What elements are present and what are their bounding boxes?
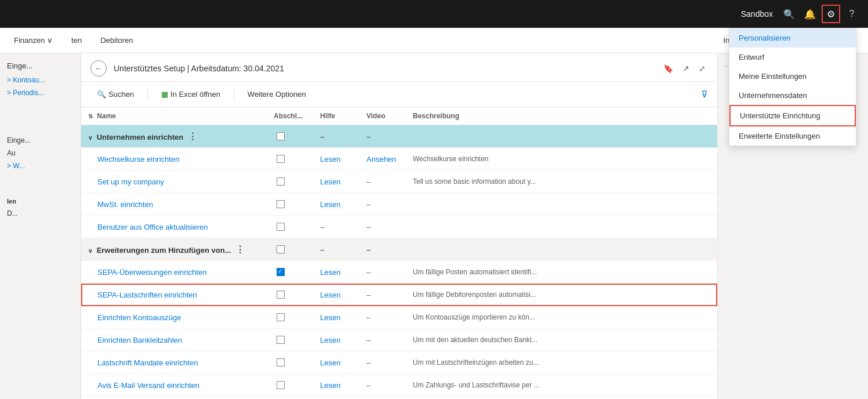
sidebar-kontoau[interactable]: > Kontoau... (0, 74, 81, 86)
table-row[interactable]: Einrichten Bankleitzahlen Lesen – Um mit… (81, 329, 717, 351)
hilfe-link[interactable]: Lesen (320, 268, 340, 277)
more-options-button[interactable]: Weitere Optionen (241, 86, 313, 102)
row-name-cell: Avis E-Mail Versand einrichten (81, 374, 267, 397)
sidebar-Au: Au (0, 147, 81, 159)
bookmark-icon[interactable]: 🔖 (661, 61, 675, 75)
toolbar-sep-2 (234, 89, 234, 100)
row-abschl-cell (267, 284, 313, 306)
row-name-link[interactable]: Benutzer aus Office aktualisieren (97, 223, 208, 231)
row-hilfe-cell: Lesen (313, 397, 359, 400)
hilfe-link[interactable]: Lesen (320, 200, 340, 209)
row-name-link[interactable]: Avis E-Mail Versand einrichten (97, 381, 199, 390)
nav-debitoren[interactable]: Debitoren (96, 34, 137, 47)
group-checkbox[interactable] (277, 245, 285, 253)
hilfe-dash: – (320, 223, 324, 231)
table-row[interactable]: Avis E-Mail Versand einrichten Lesen – U… (81, 374, 717, 397)
hilfe-link[interactable]: Lesen (320, 381, 340, 390)
table-row[interactable]: Benutzer aus Office aktualisieren – – (81, 216, 717, 238)
table-group-header[interactable]: ∨ Unternehmen einrichten ⋮ – – (81, 125, 717, 148)
row-checkbox[interactable] (277, 177, 285, 186)
table-row[interactable]: MwSt. einrichten Lesen – (81, 193, 717, 216)
search-button[interactable]: 🔍 Suchen (90, 86, 140, 102)
table-row[interactable]: Einrichten Kontoauszüge Lesen – Um Konto… (81, 306, 717, 329)
dropdown-item[interactable]: Entwurf (729, 48, 856, 67)
row-abschl-cell (267, 397, 313, 400)
row-name-link[interactable]: Lastschrift Mandate einrichten (97, 358, 198, 367)
table-container[interactable]: ⇅ Name Abschl... Hilfe Video Beschreibun… (81, 107, 717, 399)
table-header-row: ⇅ Name Abschl... Hilfe Video Beschreibun… (81, 107, 717, 125)
back-button[interactable]: ← (90, 60, 107, 77)
row-hilfe-cell: Lesen (313, 374, 359, 397)
col-header-abschl: Abschl... (267, 107, 313, 125)
hilfe-link[interactable]: Lesen (320, 155, 340, 164)
video-dash: – (366, 313, 371, 322)
bell-icon[interactable]: 🔔 (801, 5, 819, 23)
group-name-cell: ∨ Unternehmen einrichten ⋮ (81, 125, 267, 148)
row-beschr-cell: Um fällige Debitorenposten automatisi... (406, 284, 717, 306)
table-row[interactable]: SEPA-Überweisungen einrichten Lesen – Um… (81, 261, 717, 284)
table-body: ∨ Unternehmen einrichten ⋮ – – Wechselku… (81, 125, 717, 400)
row-video-cell: – (359, 306, 406, 329)
group-checkbox[interactable] (277, 132, 285, 140)
filter-icon[interactable]: ⊽ (701, 89, 708, 100)
dropdown-item[interactable]: Meine Einstellungen (729, 67, 856, 86)
nav-finanzen[interactable]: Finanzen ∨ (9, 34, 57, 47)
row-name-cell: Einrichten Bankleitzahlen (81, 329, 267, 351)
nav-ten[interactable]: ten (67, 34, 86, 47)
dropdown-item[interactable]: Personalisieren (729, 28, 856, 48)
sidebar-periodis[interactable]: > Periodis... (0, 86, 81, 99)
group-dots-menu[interactable]: ⋮ (233, 245, 247, 255)
row-checkbox[interactable] (277, 381, 285, 389)
help-icon[interactable]: ? (842, 5, 861, 23)
table-group-header[interactable]: ∨ Erweiterungen zum Hinzufügen von... ⋮ … (81, 238, 717, 261)
row-checkbox[interactable] (277, 313, 285, 321)
chevron-icon: ∨ (88, 135, 92, 141)
row-checkbox[interactable] (277, 200, 285, 208)
hilfe-link[interactable]: Lesen (320, 177, 340, 186)
video-dash: – (366, 223, 371, 231)
hilfe-link[interactable]: Lesen (320, 358, 340, 367)
row-checkbox[interactable] (277, 268, 285, 276)
table-row[interactable]: Set up my company Lesen – Tell us some b… (81, 171, 717, 193)
table-row[interactable]: Lastschrift Mandate einrichten Lesen – U… (81, 351, 717, 374)
sidebar-einge[interactable]: Einge... (0, 58, 81, 74)
video-link[interactable]: Ansehen (366, 155, 396, 164)
row-name-cell: Einrichten Kontoauszüge (81, 306, 267, 329)
row-name-link[interactable]: SEPA-Lastschriften einrichten (97, 291, 197, 299)
group-beschr-cell (406, 238, 717, 261)
row-name-link[interactable]: Wechselkurse einrichten (97, 155, 179, 164)
dropdown-menu: PersonalisierenEntwurfMeine Einstellunge… (729, 28, 856, 146)
hilfe-link[interactable]: Lesen (320, 313, 340, 322)
sidebar-einge2: Einge... (0, 134, 81, 147)
row-name-link[interactable]: Einrichten Bankleitzahlen (97, 336, 182, 344)
video-dash: – (366, 336, 371, 344)
table-row[interactable]: Wechselkurse einrichten Lesen Ansehen We… (81, 148, 717, 171)
row-checkbox[interactable] (277, 155, 285, 163)
search-icon[interactable]: 🔍 (780, 5, 798, 23)
row-name-link[interactable]: MwSt. einrichten (97, 200, 153, 209)
share-icon[interactable]: ↗ (680, 61, 692, 75)
dropdown-item[interactable]: Unterstützte Einrichtung (729, 105, 856, 126)
row-name-link[interactable]: SEPA-Überweisungen einrichten (97, 268, 206, 277)
gear-icon[interactable]: ⚙ (822, 5, 840, 23)
main-table: ⇅ Name Abschl... Hilfe Video Beschreibun… (81, 107, 717, 399)
row-checkbox[interactable] (277, 291, 285, 299)
hilfe-link[interactable]: Lesen (320, 336, 340, 344)
group-dots-menu[interactable]: ⋮ (186, 132, 199, 142)
table-row[interactable]: SEPA-Lastschriften einrichten Lesen – Um… (81, 284, 717, 306)
row-abschl-cell (267, 216, 313, 238)
excel-button[interactable]: ▦ In Excel öffnen (155, 86, 227, 102)
row-hilfe-cell: Lesen (313, 148, 359, 171)
table-row[interactable]: Bevorzugte Bankkonten einrichten Lesen –… (81, 397, 717, 400)
row-checkbox[interactable] (277, 223, 285, 231)
hilfe-link[interactable]: Lesen (320, 291, 340, 299)
expand-icon[interactable]: ⤢ (696, 61, 708, 75)
row-name-link[interactable]: Einrichten Kontoauszüge (97, 313, 181, 322)
more-label: Weitere Optionen (248, 90, 306, 99)
row-checkbox[interactable] (277, 336, 285, 344)
dropdown-item[interactable]: Erweiterte Einstellungen (729, 126, 856, 146)
row-name-link[interactable]: Set up my company (97, 177, 164, 186)
sidebar-w[interactable]: > W... (0, 159, 81, 172)
dropdown-item[interactable]: Unternehmensdaten (729, 86, 856, 105)
row-checkbox[interactable] (277, 358, 285, 367)
